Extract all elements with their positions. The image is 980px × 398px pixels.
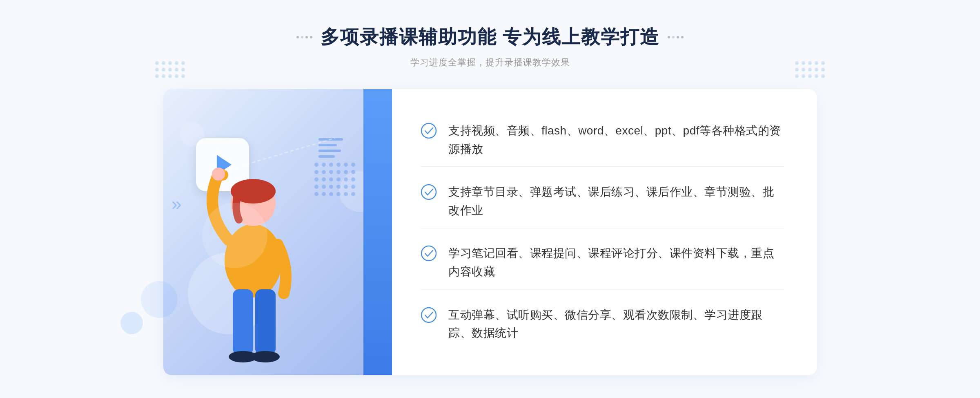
title-deco-right (668, 36, 684, 38)
subtitle: 学习进度全掌握，提升录播课教学效果 (296, 56, 684, 69)
content-area: 支持视频、音频、flash、word、excel、ppt、pdf等各种格式的资源… (163, 89, 817, 375)
title-row: 多项录播课辅助功能 专为线上教学打造 (296, 25, 684, 50)
feature-text-3: 学习笔记回看、课程提问、课程评论打分、课件资料下载，重点内容收藏 (448, 244, 784, 281)
svg-point-10 (421, 123, 436, 138)
top-right-dot-grid (795, 61, 825, 78)
feature-text-2: 支持章节目录、弹题考试、课后练习、课后作业、章节测验、批改作业 (448, 183, 784, 220)
svg-point-12 (421, 246, 436, 261)
svg-point-13 (421, 308, 436, 322)
feature-item-3: 学习笔记回看、课程提问、课程评论打分、课件资料下载，重点内容收藏 (421, 236, 784, 290)
check-icon-4 (421, 307, 437, 323)
feature-text-4: 互动弹幕、试听购买、微信分享、观看次数限制、学习进度跟踪、数据统计 (448, 306, 784, 343)
check-icon-3 (421, 245, 437, 262)
person-illustration (172, 130, 335, 375)
svg-point-7 (212, 168, 225, 181)
feature-item-2: 支持章节目录、弹题考试、课后练习、课后作业、章节测验、批改作业 (421, 175, 784, 228)
check-icon-2 (421, 184, 437, 200)
svg-rect-4 (255, 289, 276, 355)
feature-item-1: 支持视频、音频、flash、word、excel、ppt、pdf等各种格式的资源… (421, 114, 784, 167)
svg-point-9 (202, 203, 267, 268)
blue-accent-bar (363, 89, 392, 375)
outer-circle-blue-2 (120, 312, 143, 334)
svg-rect-3 (233, 289, 253, 355)
svg-point-11 (421, 185, 436, 199)
top-left-dot-grid (155, 61, 185, 78)
main-title: 多项录播课辅助功能 专为线上教学打造 (321, 25, 660, 50)
title-deco-left (296, 36, 312, 38)
outer-circle-blue-1 (141, 281, 178, 318)
left-panel (163, 89, 392, 375)
page-wrapper: 多项录播课辅助功能 专为线上教学打造 学习进度全掌握，提升录播课教学效果 (0, 0, 980, 398)
outer-chevron-left: » (172, 194, 181, 214)
svg-point-6 (251, 351, 280, 362)
feature-text-1: 支持视频、音频、flash、word、excel、ppt、pdf等各种格式的资源… (448, 122, 784, 159)
check-icon-1 (421, 123, 437, 139)
header-section: 多项录播课辅助功能 专为线上教学打造 学习进度全掌握，提升录播课教学效果 (296, 25, 684, 69)
feature-item-4: 互动弹幕、试听购买、微信分享、观看次数限制、学习进度跟踪、数据统计 (421, 298, 784, 351)
svg-line-8 (225, 138, 335, 171)
right-panel: 支持视频、音频、flash、word、excel、ppt、pdf等各种格式的资源… (392, 89, 817, 375)
